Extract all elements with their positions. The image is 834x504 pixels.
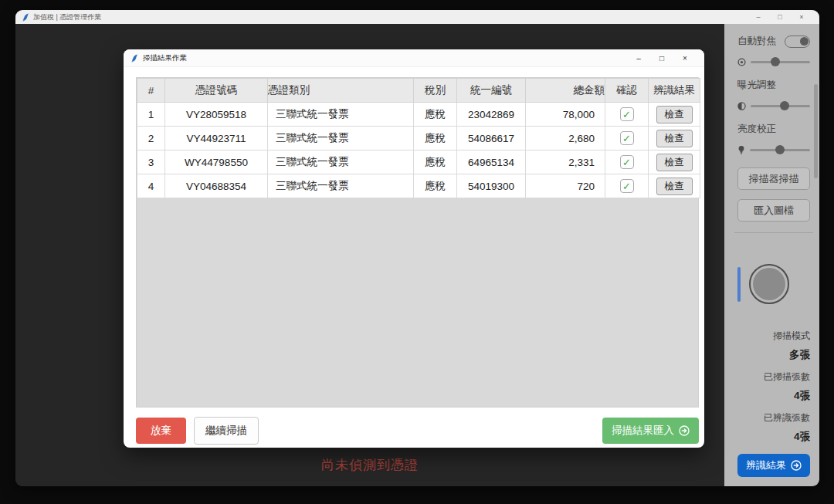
exposure-slider[interactable]	[751, 105, 810, 107]
row-uniform-no: 54086617	[457, 127, 526, 151]
col-header-index: #	[137, 79, 165, 103]
row-action-cell: 檢查	[649, 174, 700, 198]
inspect-button[interactable]: 檢查	[656, 106, 693, 123]
brightness-slider-knob[interactable]	[775, 145, 785, 154]
brightness-slider[interactable]	[750, 149, 810, 151]
table-row: 4 VY04688354 三聯式統一發票 應稅 54019300 720 ✓ 檢…	[137, 174, 700, 198]
sidebar-divider	[734, 232, 813, 233]
exposure-slider-knob[interactable]	[780, 101, 789, 110]
scan-results-table: # 憑證號碼 憑證類別 稅別 統一編號 總金額 確認 辨識結果 1 VY2805…	[137, 78, 700, 198]
table-row: 3 WY44798550 三聯式統一發票 應稅 64965134 2,331 ✓…	[137, 151, 700, 174]
app-minimize-button[interactable]: –	[748, 10, 769, 24]
row-voucher-type: 三聯式統一發票	[268, 127, 414, 151]
col-header-amount: 總金額	[526, 79, 605, 103]
arrow-circle-icon	[679, 425, 690, 436]
row-confirm-cell: ✓	[605, 127, 649, 151]
col-header-voucher-no: 憑證號碼	[165, 79, 268, 103]
confirm-checkbox[interactable]: ✓	[620, 179, 634, 193]
app-titlebar: 加值稅 | 憑證管理作業 – □ ×	[15, 10, 819, 24]
contrast-icon	[737, 102, 746, 110]
confirm-checkbox[interactable]: ✓	[620, 131, 634, 145]
row-tax-type: 應稅	[414, 103, 457, 127]
row-action-cell: 檢查	[649, 151, 700, 174]
scan-mode-value: 多張	[737, 348, 810, 362]
discard-button[interactable]: 放棄	[136, 418, 186, 444]
inspect-button[interactable]: 檢查	[656, 154, 693, 171]
focus-slider[interactable]	[751, 61, 810, 63]
row-action-cell: 檢查	[649, 127, 700, 151]
scanned-count-value: 4張	[737, 389, 810, 403]
col-header-confirm: 確認	[605, 79, 649, 103]
recognition-result-label: 辨識結果	[746, 458, 786, 472]
dialog-titlebar: 掃描結果作業 – □ ×	[124, 49, 704, 67]
row-confirm-cell: ✓	[605, 103, 649, 127]
app-maximize-button[interactable]: □	[769, 10, 791, 24]
row-tax-type: 應稅	[414, 151, 457, 174]
table-row: 1 VY28059518 三聯式統一發票 應稅 23042869 78,000 …	[137, 103, 700, 127]
dialog-logo-icon	[131, 54, 138, 63]
app-close-button[interactable]: ×	[791, 10, 812, 24]
row-confirm-cell: ✓	[605, 151, 649, 174]
recognized-count-label: 已辨識張數	[737, 411, 810, 425]
sidebar-scrollbar[interactable]	[814, 84, 818, 178]
confirm-checkbox[interactable]: ✓	[620, 155, 634, 169]
row-voucher-no: WY44798550	[165, 151, 268, 174]
scanned-count-label: 已掃描張數	[737, 370, 810, 384]
scan-stats: 掃描模式 多張 已掃描張數 4張 已辨識張數 4張	[737, 330, 810, 444]
dialog-body: # 憑證號碼 憑證類別 稅別 統一編號 總金額 確認 辨識結果 1 VY2805…	[124, 67, 704, 445]
recognition-result-button[interactable]: 辨識結果	[737, 454, 810, 477]
dialog-minimize-button[interactable]: –	[627, 49, 650, 67]
focus-slider-row	[737, 56, 810, 67]
capture-indicator-bar	[737, 267, 741, 302]
col-header-result: 辨識結果	[649, 79, 700, 103]
shutter-inner-circle-icon	[753, 268, 785, 300]
table-header-row: # 憑證號碼 憑證類別 稅別 統一編號 總金額 確認 辨識結果	[137, 79, 700, 103]
scan-mode-label: 掃描模式	[737, 330, 810, 343]
row-index: 3	[137, 151, 165, 174]
col-header-uniform-no: 統一編號	[457, 79, 526, 103]
recognized-count-value: 4張	[737, 430, 810, 444]
autofocus-label: 自動對焦	[737, 35, 776, 48]
row-uniform-no: 54019300	[457, 174, 526, 198]
row-index: 2	[137, 127, 165, 151]
row-confirm-cell: ✓	[605, 174, 649, 198]
dialog-action-bar: 放棄 繼續掃描 掃描結果匯入	[136, 417, 699, 445]
import-scan-results-label: 掃描結果匯入	[612, 424, 674, 438]
row-amount: 78,000	[526, 103, 605, 127]
confirm-checkbox[interactable]: ✓	[620, 107, 634, 121]
import-scan-results-button[interactable]: 掃描結果匯入	[602, 418, 699, 444]
dialog-title: 掃描結果作業	[143, 53, 187, 63]
brightness-label: 亮度校正	[737, 123, 810, 136]
row-voucher-no: VY28059518	[165, 103, 268, 127]
row-voucher-type: 三聯式統一發票	[268, 174, 414, 198]
exposure-label: 曝光調整	[737, 79, 810, 92]
inspect-button[interactable]: 檢查	[656, 130, 693, 147]
capture-zone	[737, 264, 810, 304]
scanner-scan-button[interactable]: 掃描器掃描	[737, 167, 810, 190]
arrow-circle-icon	[791, 460, 802, 471]
row-voucher-type: 三聯式統一發票	[268, 103, 414, 127]
row-index: 1	[137, 103, 165, 127]
app-logo-icon	[22, 13, 29, 22]
row-amount: 2,331	[526, 151, 605, 174]
scanner-sidebar: 自動對焦 曝光調整	[724, 24, 819, 486]
scan-results-dialog: 掃描結果作業 – □ × # 憑證號碼 憑證類別 稅別 統一編號 總金額 確認 …	[124, 49, 704, 448]
focus-slider-knob[interactable]	[771, 57, 780, 66]
row-tax-type: 應稅	[414, 127, 457, 151]
autofocus-row: 自動對焦	[737, 35, 810, 48]
row-amount: 2,680	[526, 127, 605, 151]
row-uniform-no: 64965134	[457, 151, 526, 174]
capture-shutter-button[interactable]	[749, 264, 789, 304]
results-table-viewport: # 憑證號碼 憑證類別 稅別 統一編號 總金額 確認 辨識結果 1 VY2805…	[136, 77, 699, 408]
brightness-slider-row	[737, 144, 810, 155]
autofocus-toggle[interactable]	[785, 36, 810, 48]
continue-scan-button[interactable]: 繼續掃描	[194, 417, 259, 445]
dialog-close-button[interactable]: ×	[673, 49, 697, 67]
import-image-button[interactable]: 匯入圖檔	[737, 199, 810, 222]
lightbulb-icon	[737, 145, 745, 154]
row-voucher-no: VY44923711	[165, 127, 268, 151]
inspect-button[interactable]: 檢查	[656, 178, 693, 195]
row-index: 4	[137, 174, 165, 198]
dialog-maximize-button[interactable]: □	[650, 49, 673, 67]
row-action-cell: 檢查	[649, 103, 700, 127]
